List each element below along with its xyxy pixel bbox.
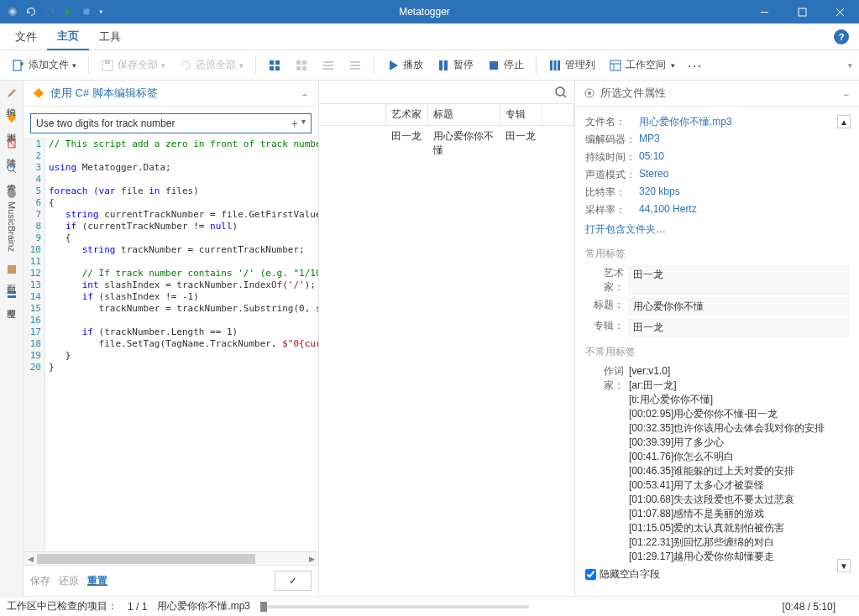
play-icon[interactable] bbox=[62, 6, 74, 18]
file-grid-panel: 艺术家 标题 专辑 田一龙 用心爱你你不懂 田一龙 bbox=[319, 81, 575, 596]
hide-empty-checkbox[interactable]: 隐藏空白字段 bbox=[585, 564, 849, 585]
col-title[interactable]: 标题 bbox=[428, 104, 500, 125]
svg-rect-11 bbox=[270, 60, 274, 65]
menu-home[interactable]: 主页 bbox=[47, 23, 89, 50]
cover-icon bbox=[6, 264, 18, 275]
lyrics-field[interactable]: [ver:v1.0][ar:田一龙][ti:用心爱你你不懂][00:02.95]… bbox=[629, 364, 825, 564]
scroll-up-button[interactable]: ▲ bbox=[837, 115, 851, 128]
svg-point-38 bbox=[8, 190, 16, 198]
play-button[interactable]: 播放 bbox=[381, 55, 428, 76]
progress-slider[interactable] bbox=[260, 605, 529, 608]
pause-icon bbox=[437, 59, 450, 72]
svg-rect-28 bbox=[550, 60, 553, 70]
grid-header: 艺术家 标题 专辑 bbox=[319, 104, 574, 126]
pause-button[interactable]: 暂停 bbox=[432, 55, 479, 76]
save-all-button[interactable]: 保存全部 ▾ bbox=[96, 55, 170, 76]
list-large-button[interactable] bbox=[317, 55, 340, 76]
properties-title: 所选文件属性 bbox=[600, 86, 666, 101]
status-checked-label: 工作区中已检查的项目： bbox=[7, 599, 118, 613]
list-small-button[interactable] bbox=[343, 55, 367, 76]
sidebar-search[interactable]: 搜索 bbox=[3, 159, 19, 180]
manage-cols-button[interactable]: 管理列 bbox=[543, 55, 600, 76]
redo-icon[interactable] bbox=[44, 6, 55, 18]
svg-rect-13 bbox=[270, 66, 274, 70]
main: 编辑 脚本 清除 搜索 MusicBrainz 封面 整理 使用 C# 脚本编辑… bbox=[0, 81, 859, 596]
svg-rect-18 bbox=[302, 66, 306, 70]
sidebar-clear[interactable]: 清除 bbox=[3, 134, 19, 154]
chevron-down-icon[interactable]: ▾ bbox=[301, 117, 306, 130]
svg-rect-12 bbox=[275, 60, 280, 65]
hscrollbar[interactable]: ◀▶ bbox=[24, 551, 318, 565]
sidebar-organize[interactable]: 整理 bbox=[3, 285, 19, 305]
code[interactable]: // This script add a zero in front of tr… bbox=[45, 137, 318, 551]
grid-small-button[interactable] bbox=[290, 55, 313, 76]
reset-link[interactable]: 重置 bbox=[87, 574, 107, 588]
svg-rect-3 bbox=[799, 8, 806, 16]
filename-link[interactable]: 用心爱你你不懂.mp3 bbox=[639, 115, 732, 129]
scroll-down-button[interactable]: ▼ bbox=[837, 559, 851, 572]
svg-line-35 bbox=[8, 139, 15, 148]
table-row[interactable]: 田一龙 用心爱你你不懂 田一龙 bbox=[319, 126, 574, 161]
workspace-icon bbox=[609, 59, 622, 72]
pin-icon[interactable]: ⫠ bbox=[301, 88, 310, 98]
toolbar-dropdown-icon[interactable]: ▾ bbox=[848, 61, 852, 70]
close-button[interactable] bbox=[821, 0, 859, 23]
svg-rect-27 bbox=[490, 61, 498, 70]
save-link[interactable]: 保存 bbox=[30, 574, 50, 588]
add-file-label: 添加文件 bbox=[29, 58, 69, 72]
status-file: 用心爱你你不懂.mp3 bbox=[157, 599, 250, 613]
script-combo[interactable]: Use two digits for track number +▾ bbox=[30, 113, 312, 133]
album-field[interactable]: 田一龙 bbox=[629, 319, 849, 337]
plus-icon[interactable]: + bbox=[291, 117, 298, 130]
col-album[interactable]: 专辑 bbox=[500, 104, 542, 125]
restore-icon bbox=[179, 59, 192, 72]
sidebar-edit[interactable]: 编辑 bbox=[3, 84, 19, 104]
svg-rect-26 bbox=[444, 60, 448, 70]
overflow-button[interactable]: ⋯ bbox=[687, 56, 704, 75]
svg-rect-16 bbox=[302, 60, 306, 65]
svg-point-45 bbox=[588, 91, 591, 95]
pin-icon[interactable]: ⫠ bbox=[842, 89, 851, 98]
open-folder-link[interactable]: 打开包含文件夹… bbox=[585, 222, 849, 237]
svg-point-42 bbox=[556, 87, 564, 96]
undo-icon[interactable] bbox=[25, 6, 37, 18]
sidebar: 编辑 脚本 清除 搜索 MusicBrainz 封面 整理 bbox=[0, 81, 24, 596]
app-icon bbox=[7, 6, 18, 18]
script-panel-title: 使用 C# 脚本编辑标签 bbox=[50, 86, 158, 101]
workspace-button[interactable]: 工作空间▾ bbox=[604, 55, 680, 76]
sidebar-script[interactable]: 脚本 bbox=[3, 109, 19, 129]
stop-button[interactable]: 停止 bbox=[482, 55, 529, 76]
qat-dropdown-icon[interactable]: ▾ bbox=[99, 8, 103, 16]
maximize-button[interactable] bbox=[783, 0, 821, 23]
properties-panel: 所选文件属性 ⫠ ▲ 文件名：用心爱你你不懂.mp3 编解码器：MP3 持续时间… bbox=[575, 81, 859, 596]
help-button[interactable]: ? bbox=[834, 29, 849, 44]
minimize-button[interactable] bbox=[746, 0, 783, 23]
col-artist[interactable]: 艺术家 bbox=[386, 104, 428, 125]
restore-all-button[interactable]: 还原全部 ▾ bbox=[174, 55, 249, 76]
add-file-button[interactable]: 添加文件 ▾ bbox=[7, 55, 81, 76]
status-count: 1 / 1 bbox=[128, 601, 147, 613]
sidebar-musicbrainz[interactable]: MusicBrainz bbox=[4, 185, 19, 255]
properties-icon bbox=[584, 87, 595, 99]
chevron-down-icon: ▾ bbox=[72, 61, 76, 70]
menu-file[interactable]: 文件 bbox=[5, 24, 47, 50]
stop-icon[interactable] bbox=[81, 6, 92, 18]
title-field[interactable]: 用心爱你你不懂 bbox=[629, 298, 849, 316]
quick-access-toolbar: ▾ bbox=[0, 6, 103, 18]
artist-field[interactable]: 田一龙 bbox=[629, 266, 849, 295]
svg-point-36 bbox=[8, 164, 14, 171]
script-icon bbox=[6, 112, 18, 124]
common-tags-header: 常用标签 bbox=[585, 247, 849, 261]
titlebar: ▾ Metatogger bbox=[0, 0, 859, 23]
editor-footer: 保存 还原 重置 ✓ bbox=[24, 565, 318, 596]
menu-tools[interactable]: 工具 bbox=[89, 24, 131, 50]
svg-rect-39 bbox=[8, 265, 16, 274]
col-checkbox[interactable] bbox=[319, 104, 386, 125]
restore-link[interactable]: 还原 bbox=[59, 574, 79, 588]
gutter: 1234567891011121314151617181920 bbox=[24, 137, 45, 551]
sidebar-cover[interactable]: 封面 bbox=[3, 260, 19, 280]
apply-button[interactable]: ✓ bbox=[275, 571, 312, 591]
code-editor[interactable]: 1234567891011121314151617181920 // This … bbox=[24, 137, 318, 551]
search-bar[interactable] bbox=[319, 81, 574, 104]
grid-large-button[interactable] bbox=[263, 55, 286, 76]
